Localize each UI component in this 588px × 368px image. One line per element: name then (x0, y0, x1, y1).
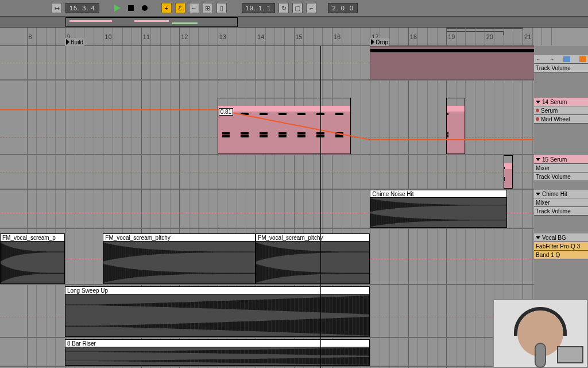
track-lane-vocalbg[interactable]: FM_vocal_scream_pFM_vocal_scream_pitchyF… (0, 233, 534, 285)
locator-drop[interactable]: Drop (370, 38, 389, 46)
track-lane-top[interactable] (0, 46, 534, 80)
transport-bar: ↦ 15. 3. 4 + ℰ ↔ ⊞ ▯ 19. 1. 1 ↻ ▢ ⌐ 2. 0… (0, 0, 588, 16)
bar-label: 15 (296, 33, 303, 45)
track-param-chime-mixer[interactable]: Mixer (534, 198, 588, 207)
device-active-icon (536, 117, 539, 121)
chevron-down-icon (536, 193, 540, 195)
svg-marker-0 (114, 5, 121, 12)
record-button[interactable] (140, 3, 150, 13)
clip-title: FM_vocal_scream_pitchy (103, 234, 255, 241)
bar-label: 21 (524, 33, 531, 45)
clip[interactable]: FM_vocal_scream_pitchy (103, 233, 256, 284)
loop-length-field[interactable]: 2. 0. 0 (328, 3, 358, 13)
punch-in-icon[interactable]: ▢ (292, 3, 303, 13)
track-param-top-volume[interactable]: ←→ (534, 55, 588, 64)
track-header-chime[interactable]: Chime Hit (534, 190, 588, 198)
locator-build[interactable]: Build (65, 38, 84, 46)
track-lane-sweep[interactable]: Long Sweep Up (0, 286, 534, 338)
bar-label: 10 (105, 33, 111, 45)
track-param-top-volume[interactable]: Track Volume (534, 64, 588, 72)
snap-button[interactable]: ↔ (189, 3, 199, 13)
bar-label: 11 (143, 33, 150, 45)
bar-label: 12 (181, 33, 188, 45)
track-lane-chime[interactable]: Chime Noise Hit (0, 190, 534, 229)
automation-mode-button[interactable]: ℰ (175, 3, 185, 13)
track-param-serum14-device[interactable]: Serum (534, 106, 588, 115)
draw-mode-button[interactable]: + (161, 3, 172, 13)
svg-rect-1 (128, 5, 134, 11)
track-lane-riser[interactable]: 8 Bar Riser (0, 339, 534, 367)
track-param-vocalbg-proq[interactable]: FabFilter Pro-Q 3 (534, 242, 588, 251)
clip[interactable]: FM_vocal_scream_p (0, 233, 65, 284)
automation-envelope-seg3[interactable] (370, 139, 534, 140)
chevron-down-icon (536, 101, 540, 103)
clip-title: 8 Bar Riser (65, 340, 369, 347)
bar-label: 19 (448, 33, 455, 45)
clip[interactable] (504, 155, 513, 189)
clip-title: FM_vocal_scream_p (1, 234, 64, 241)
bar-label: 16 (334, 33, 341, 45)
loop-start-field[interactable]: 19. 1. 1 (242, 3, 276, 13)
bar-ruler[interactable]: 89101112131415161718192021BuildDrop (0, 28, 534, 46)
clip[interactable]: FM_vocal_scream_pitchy (256, 233, 370, 284)
track-header-serum14[interactable]: 14 Serum (534, 98, 588, 106)
play-button[interactable] (112, 3, 122, 13)
bar-label: 8 (29, 33, 32, 45)
track-param-chime-volume[interactable]: Track Volume (534, 207, 588, 216)
device-active-icon (536, 109, 539, 112)
playhead[interactable] (320, 46, 321, 368)
track-param-vocalbg-band1q[interactable]: Band 1 Q (534, 251, 588, 259)
track-header-serum15[interactable]: 15 Serum (534, 155, 588, 164)
automation-envelope[interactable] (0, 109, 218, 110)
track-lane-serum14[interactable] (0, 98, 534, 155)
chevron-down-icon (536, 236, 540, 239)
clip-title: FM_vocal_scream_pitchy (256, 234, 369, 241)
clip[interactable] (446, 98, 465, 154)
clip[interactable]: Long Sweep Up (65, 286, 370, 337)
track-param-serum14-modwheel[interactable]: Mod Wheel (534, 115, 588, 124)
punch-out-icon[interactable]: ⌐ (306, 3, 316, 13)
track-lane-serum15[interactable] (0, 155, 534, 190)
loop-toggle[interactable]: ↻ (278, 3, 289, 13)
track-header-vocalbg[interactable]: Vocal BG (534, 233, 588, 242)
bar-label: 20 (486, 33, 493, 45)
follow-icon[interactable]: ↦ (52, 3, 62, 13)
clip[interactable]: 8 Bar Riser (65, 339, 370, 366)
clip[interactable] (218, 98, 351, 154)
midi-in-button[interactable]: ▯ (216, 3, 227, 13)
svg-point-2 (142, 5, 148, 11)
bar-label: 14 (257, 33, 264, 45)
envelope-breakpoint-value[interactable]: 0.81 (219, 108, 233, 116)
bar-label: 13 (219, 33, 226, 45)
stop-button[interactable] (126, 3, 136, 13)
arrangement-area[interactable]: Chime Noise Hit FM_vocal_scream_pFM_voca… (0, 46, 534, 368)
narrow-grid-button[interactable]: ⊞ (203, 3, 213, 13)
clip[interactable] (370, 46, 534, 79)
arrangement-overview[interactable] (0, 16, 588, 28)
clip[interactable]: Chime Noise Hit (370, 190, 507, 228)
overview-visible-region[interactable] (65, 17, 238, 27)
clip-title: Chime Noise Hit (370, 190, 506, 198)
transport-position[interactable]: 15. 3. 4 (65, 3, 99, 13)
track-param-serum15-volume[interactable]: Track Volume (534, 172, 588, 181)
bar-label: 18 (410, 33, 417, 45)
track-param-serum15-mixer[interactable]: Mixer (534, 164, 588, 172)
webcam-overlay (493, 299, 588, 368)
clip-title: Long Sweep Up (65, 287, 369, 294)
chevron-down-icon (536, 158, 540, 161)
